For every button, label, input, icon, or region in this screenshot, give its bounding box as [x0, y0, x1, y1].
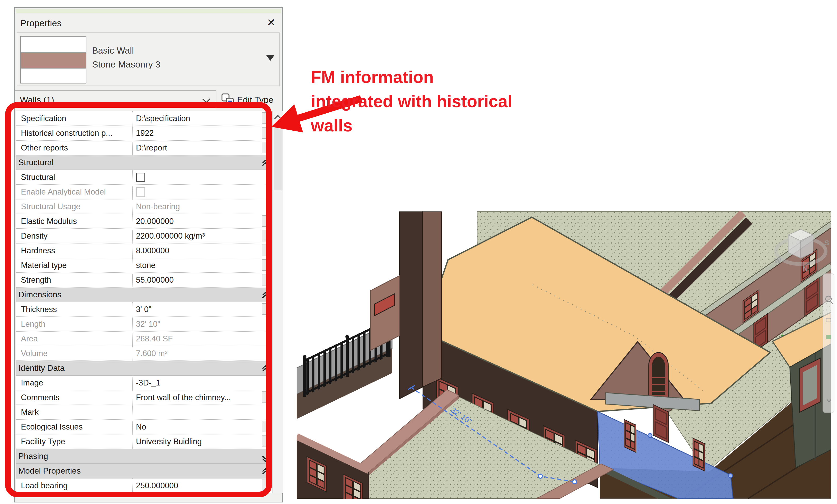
- browse-button[interactable]: [262, 142, 271, 153]
- property-value[interactable]: University Buidling: [133, 434, 272, 449]
- compass-letter-s[interactable]: S: [824, 239, 829, 247]
- property-row: Ecological IssuesNo: [16, 420, 272, 434]
- value-text: D:\report: [136, 143, 167, 152]
- compass-letter-n[interactable]: N: [803, 265, 808, 273]
- property-label: Enable Analytical Model: [16, 185, 133, 199]
- scrollbar[interactable]: [272, 111, 283, 493]
- property-value[interactable]: 3' 0": [133, 302, 272, 316]
- property-row: Mark: [16, 405, 272, 420]
- property-value[interactable]: 8.000000: [133, 243, 272, 258]
- property-row: Structural: [16, 170, 272, 185]
- dimension-grip[interactable]: [573, 480, 577, 484]
- chevron-down-icon: [202, 95, 210, 103]
- property-value[interactable]: [133, 405, 272, 419]
- browse-button[interactable]: [262, 244, 271, 256]
- value-text: -3D-_1: [136, 378, 160, 388]
- section-header-row: Phasing: [16, 449, 272, 464]
- checkbox[interactable]: [136, 173, 145, 182]
- value-text: 3' 0": [136, 305, 152, 314]
- property-label: Volume: [16, 346, 133, 360]
- property-label: Load bearing: [16, 479, 133, 493]
- section-label: Phasing: [18, 451, 48, 461]
- property-value[interactable]: 250.000000: [133, 479, 272, 493]
- property-value[interactable]: -3D-_1: [133, 376, 272, 390]
- property-row: Area268.40 SF: [16, 332, 272, 346]
- property-label: Elastic Modulus: [16, 214, 133, 228]
- section-header-row: Identity Data: [16, 361, 272, 376]
- type-name: Stone Masonry 3: [92, 59, 160, 70]
- properties-table: SpecificationD:\specificationHistorical …: [16, 111, 272, 493]
- close-icon[interactable]: ✕: [267, 17, 275, 29]
- section-header-row: Model Properties: [16, 464, 272, 479]
- value-text: 20.000000: [136, 217, 174, 226]
- property-value[interactable]: Non-bearing: [133, 200, 272, 213]
- property-label: Structural: [16, 170, 133, 184]
- category-combo[interactable]: Walls (1): [15, 90, 216, 109]
- value-text: 1922: [136, 129, 154, 138]
- browse-button[interactable]: [262, 230, 271, 241]
- browse-button[interactable]: [262, 303, 271, 315]
- type-selector[interactable]: Basic Wall Stone Masonry 3: [17, 33, 280, 86]
- compass-letter-w[interactable]: W: [774, 257, 781, 265]
- selection-grip[interactable]: [728, 473, 732, 478]
- property-value[interactable]: No: [133, 420, 272, 434]
- property-label: Ecological Issues: [16, 420, 133, 434]
- value-text: 7.600 m³: [136, 349, 167, 358]
- property-value[interactable]: Front wall of the chimney...: [133, 390, 272, 405]
- property-value[interactable]: [133, 170, 272, 184]
- section-collapse-icon[interactable]: [263, 468, 267, 474]
- selection-row: Walls (1) Edit Type: [15, 89, 282, 111]
- browse-button[interactable]: [262, 259, 271, 271]
- property-value[interactable]: 32' 10": [133, 317, 272, 331]
- browse-button[interactable]: [262, 421, 271, 432]
- section-collapse-icon[interactable]: [263, 292, 267, 298]
- section-label: Structural: [18, 158, 54, 167]
- property-label: Facility Type: [16, 434, 133, 449]
- property-row: CommentsFront wall of the chimney...: [16, 390, 272, 405]
- property-value[interactable]: [133, 185, 272, 199]
- property-row: Elastic Modulus20.000000: [16, 214, 272, 229]
- property-value[interactable]: 55.000000: [133, 273, 272, 287]
- property-label: Density: [16, 229, 133, 243]
- model-viewport[interactable]: 32' 10" S N W: [297, 211, 837, 499]
- property-value[interactable]: 20.000000: [133, 214, 272, 228]
- browse-button[interactable]: [262, 435, 271, 447]
- property-value[interactable]: 7.600 m³: [133, 346, 272, 360]
- dimension-grip[interactable]: [538, 474, 542, 478]
- section-collapse-icon[interactable]: [263, 365, 267, 371]
- navigation-bar[interactable]: [823, 274, 834, 413]
- property-value[interactable]: D:\specification: [133, 111, 272, 126]
- browse-button[interactable]: [262, 391, 271, 403]
- property-label: Material type: [16, 258, 133, 272]
- property-value[interactable]: D:\report: [133, 141, 272, 155]
- wall-type-thumbnail: [20, 36, 86, 83]
- section-expand-icon[interactable]: [263, 453, 267, 460]
- browse-button[interactable]: [262, 480, 271, 491]
- value-text: University Buidling: [136, 437, 202, 446]
- section-collapse-icon[interactable]: [263, 160, 267, 166]
- annotation-line: integrated with historical: [311, 89, 512, 113]
- browse-button[interactable]: [262, 274, 271, 285]
- property-row: Material typestone: [16, 258, 272, 273]
- browse-button[interactable]: [262, 215, 271, 227]
- section-header-row: Structural: [16, 155, 272, 170]
- property-value[interactable]: stone: [133, 258, 272, 272]
- property-row: Hardness8.000000: [16, 243, 272, 258]
- property-value[interactable]: 268.40 SF: [133, 332, 272, 346]
- property-value[interactable]: 2200.000000 kg/m³: [133, 229, 272, 243]
- property-row: Facility TypeUniversity Buidling: [16, 434, 272, 449]
- value-text: 8.000000: [136, 246, 169, 255]
- edit-type-icon: [221, 93, 234, 107]
- selection-grip[interactable]: [648, 433, 652, 437]
- property-value[interactable]: 1922: [133, 126, 272, 140]
- type-dropdown-icon[interactable]: [266, 55, 274, 61]
- value-text: 250.000000: [136, 481, 178, 490]
- value-text: stone: [136, 261, 156, 270]
- family-name: Basic Wall: [92, 45, 134, 56]
- property-label: Strength: [16, 273, 133, 287]
- property-row: Enable Analytical Model: [16, 185, 272, 200]
- steering-wheel-icon[interactable]: [826, 335, 831, 339]
- property-label: Area: [16, 332, 133, 346]
- property-label: Image: [16, 376, 133, 390]
- panel-top-strip: [16, 9, 281, 13]
